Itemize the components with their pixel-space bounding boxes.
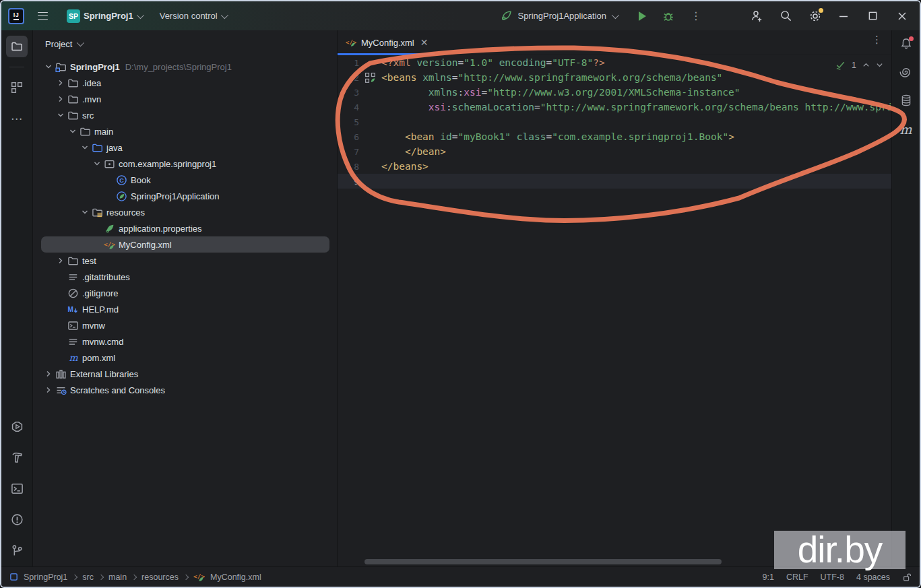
next-problem-icon[interactable] bbox=[876, 61, 883, 69]
horizontal-scrollbar[interactable] bbox=[364, 559, 722, 564]
close-button[interactable] bbox=[897, 11, 908, 22]
more-actions-button[interactable]: ⋮ bbox=[691, 13, 701, 20]
tree-item-com-example-springproj1[interactable]: com.example.springproj1 bbox=[33, 156, 337, 172]
tree-item-test[interactable]: test bbox=[33, 253, 337, 269]
maven-button[interactable]: m bbox=[899, 122, 912, 137]
tree-item-main[interactable]: main bbox=[33, 123, 337, 139]
tree-item-java[interactable]: java bbox=[33, 139, 337, 156]
breadcrumb-item-springproj1[interactable]: SpringProj1 bbox=[24, 573, 67, 582]
breadcrumb-item-main[interactable]: main bbox=[108, 573, 127, 582]
caret-position[interactable]: 9:1 bbox=[763, 573, 774, 582]
shell-file-icon bbox=[67, 319, 79, 331]
breadcrumb-item-myconfig-xml[interactable]: MyConfig.xml bbox=[210, 573, 261, 582]
line-ending[interactable]: CRLF bbox=[786, 573, 808, 582]
tree-item-external-libraries[interactable]: External Libraries bbox=[33, 366, 337, 382]
project-tool-button[interactable] bbox=[6, 36, 28, 57]
main-menu-button[interactable] bbox=[31, 7, 55, 26]
tab-myconfig-xml[interactable]: </> MyConfig.xml ✕ bbox=[338, 30, 435, 55]
tree-right-chevron-icon[interactable] bbox=[55, 93, 67, 105]
code-line-6[interactable]: 6 <bean id="myBook1" class="com.example.… bbox=[338, 129, 891, 144]
tree-right-chevron-icon[interactable] bbox=[42, 368, 55, 380]
file-encoding[interactable]: UTF-8 bbox=[821, 573, 844, 582]
run-configuration-selector[interactable]: SpringProj1Application bbox=[495, 6, 623, 26]
tree-item-pom-xml[interactable]: mpom.xml bbox=[33, 350, 337, 366]
scratches-icon bbox=[55, 384, 67, 396]
editor-options-button[interactable]: ⋮ bbox=[872, 36, 882, 42]
version-control-widget[interactable]: Version control bbox=[154, 7, 232, 25]
tree-item-mvnw[interactable]: mvnw bbox=[33, 317, 337, 333]
project-widget[interactable]: SP SpringProj1 bbox=[61, 5, 148, 27]
git-tool-button[interactable] bbox=[6, 540, 28, 561]
tree-item-label: SpringProj1Application bbox=[131, 191, 220, 201]
tree-down-chevron-icon[interactable] bbox=[67, 125, 79, 137]
tree-down-chevron-icon[interactable] bbox=[55, 109, 67, 121]
notifications-button[interactable] bbox=[899, 37, 913, 51]
tree-item-src[interactable]: src bbox=[33, 107, 337, 123]
tree-item-mvnw-cmd[interactable]: mvnw.cmd bbox=[33, 333, 337, 350]
breadcrumb-item-src[interactable]: src bbox=[82, 573, 94, 582]
tree-item--gitignore[interactable]: .gitignore bbox=[33, 285, 337, 301]
git-branch-icon bbox=[11, 544, 24, 557]
tree-item-springproj1application[interactable]: SpringProj1Application bbox=[33, 188, 337, 204]
unlocked-icon[interactable] bbox=[902, 573, 912, 582]
tree-item-label: pom.xml bbox=[82, 353, 115, 363]
project-tool-window: Project SpringProj1D:\my_projects\Spring… bbox=[33, 30, 338, 566]
tab-close-icon[interactable]: ✕ bbox=[420, 37, 428, 48]
tree-right-chevron-icon[interactable] bbox=[42, 384, 55, 396]
code-line-5[interactable]: 5 bbox=[338, 115, 891, 129]
services-tool-button[interactable] bbox=[6, 416, 28, 437]
tree-right-chevron-icon[interactable] bbox=[55, 255, 67, 267]
project-panel-title[interactable]: Project bbox=[45, 39, 72, 49]
code-text: <?xml version="1.0" encoding="UTF-8"?> bbox=[381, 57, 605, 68]
settings-button[interactable] bbox=[808, 9, 822, 23]
tree-item--mvn[interactable]: .mvn bbox=[33, 91, 337, 107]
folder-resources-icon bbox=[91, 206, 103, 218]
services-icon bbox=[11, 420, 24, 433]
inspections-widget[interactable]: 1 bbox=[835, 60, 883, 70]
tree-down-chevron-icon[interactable] bbox=[79, 206, 91, 218]
tree-item-resources[interactable]: resources bbox=[33, 204, 337, 220]
code-line-7[interactable]: 7 </bean> bbox=[338, 144, 891, 159]
project-badge: SP bbox=[67, 9, 80, 23]
prev-problem-icon[interactable] bbox=[862, 61, 870, 69]
terminal-tool-button[interactable] bbox=[6, 478, 28, 499]
code-line-1[interactable]: 1<?xml version="1.0" encoding="UTF-8"?> bbox=[338, 55, 891, 70]
more-tool-windows-button[interactable]: ⋯ bbox=[6, 108, 28, 129]
tree-item-label: resources bbox=[106, 207, 145, 218]
indent-setting[interactable]: 4 spaces bbox=[856, 573, 890, 582]
tree-right-chevron-icon[interactable] bbox=[55, 77, 67, 89]
tree-item-application-properties[interactable]: application.properties bbox=[33, 220, 337, 236]
code-line-4[interactable]: 4 xsi:schemaLocation="http://www.springf… bbox=[338, 100, 891, 115]
problems-tool-button[interactable] bbox=[6, 509, 28, 530]
build-tool-button[interactable] bbox=[6, 447, 28, 468]
database-button[interactable] bbox=[899, 94, 913, 107]
code-editor[interactable]: 1<?xml version="1.0" encoding="UTF-8"?>2… bbox=[338, 55, 891, 566]
code-with-me-button[interactable] bbox=[750, 9, 763, 23]
breadcrumb-item-resources[interactable]: resources bbox=[141, 573, 179, 582]
minimize-button[interactable] bbox=[838, 11, 849, 22]
structure-tool-button[interactable] bbox=[6, 77, 28, 98]
code-line-2[interactable]: 2<beans xmlns="http://www.springframewor… bbox=[338, 70, 891, 85]
tree-item-scratches-and-consoles[interactable]: Scratches and Consoles bbox=[33, 382, 337, 398]
search-everywhere-button[interactable] bbox=[780, 9, 792, 22]
ai-assistant-button[interactable] bbox=[899, 65, 913, 79]
tree-item--gitattributes[interactable]: .gitattributes bbox=[33, 269, 337, 285]
code-line-8[interactable]: 8</beans> bbox=[338, 159, 891, 174]
tree-item--idea[interactable]: .idea bbox=[33, 75, 337, 91]
tree-item-help-md[interactable]: MHELP.md bbox=[33, 301, 337, 317]
tree-item-book[interactable]: CBook bbox=[33, 172, 337, 188]
debug-button[interactable] bbox=[662, 10, 674, 22]
chevron-down-icon bbox=[136, 11, 144, 18]
title-bar: IJ SP SpringProj1 Version control bbox=[1, 1, 920, 30]
spring-bean-gutter-icon[interactable] bbox=[359, 72, 381, 84]
tree-indent-spacer bbox=[91, 222, 103, 234]
code-line-9[interactable]: 9 bbox=[338, 174, 891, 189]
run-button[interactable] bbox=[639, 11, 646, 21]
tree-down-chevron-icon[interactable] bbox=[91, 158, 103, 170]
code-line-3[interactable]: 3 xmlns:xsi="http://www.w3.org/2001/XMLS… bbox=[338, 85, 891, 100]
tree-item-myconfig-xml[interactable]: </>MyConfig.xml bbox=[33, 236, 337, 253]
tree-item-springproj1[interactable]: SpringProj1D:\my_projects\SpringProj1 bbox=[33, 59, 337, 75]
maximize-button[interactable] bbox=[868, 11, 878, 21]
tree-down-chevron-icon[interactable] bbox=[79, 141, 91, 154]
tree-down-chevron-icon[interactable] bbox=[42, 61, 55, 73]
